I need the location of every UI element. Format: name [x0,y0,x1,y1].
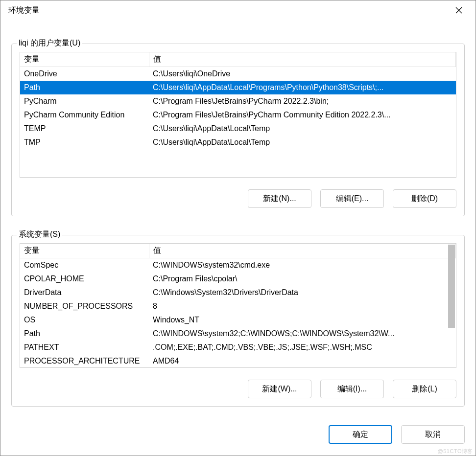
env-vars-dialog: 环境变量 liqi 的用户变量(U) 变量 值 [0,0,476,456]
cell-value: AMD64 [149,354,456,368]
system-variables-section: 系统变量(S) 变量 值 ComSpecC:\WINDOWS\system32\… [11,235,465,407]
system-delete-button[interactable]: 删除(L) [393,380,456,398]
system-table-scrollbar[interactable] [448,245,455,366]
cell-value: .COM;.EXE;.BAT;.CMD;.VBS;.VBE;.JS;.JSE;.… [149,341,456,354]
cell-value: C:\Users\liqi\AppData\Local\Programs\Pyt… [149,81,456,94]
user-buttons-row: 新建(N)... 编辑(E)... 删除(D) [20,189,456,208]
system-variables-table-container[interactable]: 变量 值 ComSpecC:\WINDOWS\system32\cmd.exeC… [20,243,456,368]
system-buttons-row: 新建(W)... 编辑(I)... 删除(L) [20,380,456,398]
titlebar: 环境变量 [0,0,476,20]
dialog-content: liqi 的用户变量(U) 变量 值 OneDriveC:\Users\liqi… [0,20,476,456]
cell-variable: Path [20,327,149,341]
table-row[interactable]: TMPC:\Users\liqi\AppData\Local\Temp [20,136,456,149]
cell-variable: PyCharm [20,94,149,108]
user-section-legend: liqi 的用户变量(U) [17,38,82,48]
table-row[interactable]: PathC:\Users\liqi\AppData\Local\Programs… [20,81,456,94]
cell-variable: TMP [20,136,149,149]
cell-variable: PROCESSOR_ARCHITECTURE [20,354,149,368]
close-button[interactable] [448,0,470,20]
cell-variable: OS [20,313,149,327]
dialog-buttons-row: 确定 取消 [11,425,465,444]
cell-value: Windows_NT [149,313,456,327]
cell-variable: CPOLAR_HOME [20,272,149,286]
user-col-value[interactable]: 值 [149,52,456,67]
cell-value: 8 [149,299,456,313]
system-new-button[interactable]: 新建(W)... [248,380,311,398]
table-row[interactable]: PyCharmC:\Program Files\JetBrains\PyChar… [20,94,456,108]
cell-value: C:\WINDOWS\system32\cmd.exe [149,258,456,272]
system-section-legend: 系统变量(S) [17,229,62,240]
user-edit-button[interactable]: 编辑(E)... [320,189,384,208]
window-title: 环境变量 [8,5,448,16]
cell-value: C:\WINDOWS\system32;C:\WINDOWS;C:\WINDOW… [149,327,456,341]
user-col-variable[interactable]: 变量 [20,52,149,67]
system-col-value[interactable]: 值 [149,244,456,258]
table-row[interactable]: CPOLAR_HOMEC:\Program Files\cpolar\ [20,272,456,286]
table-row[interactable]: OSWindows_NT [20,313,456,327]
system-variables-table: 变量 值 ComSpecC:\WINDOWS\system32\cmd.exeC… [20,244,456,368]
user-variables-table-container[interactable]: 变量 值 OneDriveC:\Users\liqi\OneDrivePathC… [20,52,456,178]
watermark: @51CTO博客 [438,448,473,455]
user-new-button[interactable]: 新建(N)... [248,189,311,208]
cell-variable: OneDrive [20,67,149,81]
cell-value: C:\Program Files\JetBrains\PyCharm 2022.… [149,94,456,108]
table-row[interactable]: ComSpecC:\WINDOWS\system32\cmd.exe [20,258,456,272]
cell-value: C:\Users\liqi\AppData\Local\Temp [149,136,456,149]
cancel-button[interactable]: 取消 [401,425,465,444]
table-row[interactable]: TEMPC:\Users\liqi\AppData\Local\Temp [20,122,456,136]
cell-variable: TEMP [20,122,149,136]
cell-variable: ComSpec [20,258,149,272]
cell-variable: DriverData [20,286,149,299]
table-row[interactable]: OneDriveC:\Users\liqi\OneDrive [20,67,456,81]
table-row[interactable]: PathC:\WINDOWS\system32;C:\WINDOWS;C:\WI… [20,327,456,341]
close-icon [455,7,462,14]
scrollbar-thumb[interactable] [448,245,455,328]
table-row[interactable]: PROCESSOR_ARCHITECTUREAMD64 [20,354,456,368]
system-col-variable[interactable]: 变量 [20,244,149,258]
user-variables-section: liqi 的用户变量(U) 变量 值 OneDriveC:\Users\liqi… [11,44,465,216]
table-row[interactable]: PyCharm Community EditionC:\Program File… [20,108,456,122]
cell-value: C:\Users\liqi\AppData\Local\Temp [149,122,456,136]
table-row[interactable]: PATHEXT.COM;.EXE;.BAT;.CMD;.VBS;.VBE;.JS… [20,341,456,354]
ok-button[interactable]: 确定 [329,425,392,444]
user-variables-table: 变量 值 OneDriveC:\Users\liqi\OneDrivePathC… [20,52,456,149]
table-row[interactable]: DriverDataC:\Windows\System32\Drivers\Dr… [20,286,456,299]
cell-value: C:\Program Files\JetBrains\PyCharm Commu… [149,108,456,122]
user-delete-button[interactable]: 删除(D) [393,189,456,208]
cell-variable: PATHEXT [20,341,149,354]
cell-variable: Path [20,81,149,94]
cell-value: C:\Windows\System32\Drivers\DriverData [149,286,456,299]
system-edit-button[interactable]: 编辑(I)... [320,380,384,398]
table-row[interactable]: NUMBER_OF_PROCESSORS8 [20,299,456,313]
cell-value: C:\Program Files\cpolar\ [149,272,456,286]
cell-value: C:\Users\liqi\OneDrive [149,67,456,81]
cell-variable: PyCharm Community Edition [20,108,149,122]
cell-variable: NUMBER_OF_PROCESSORS [20,299,149,313]
